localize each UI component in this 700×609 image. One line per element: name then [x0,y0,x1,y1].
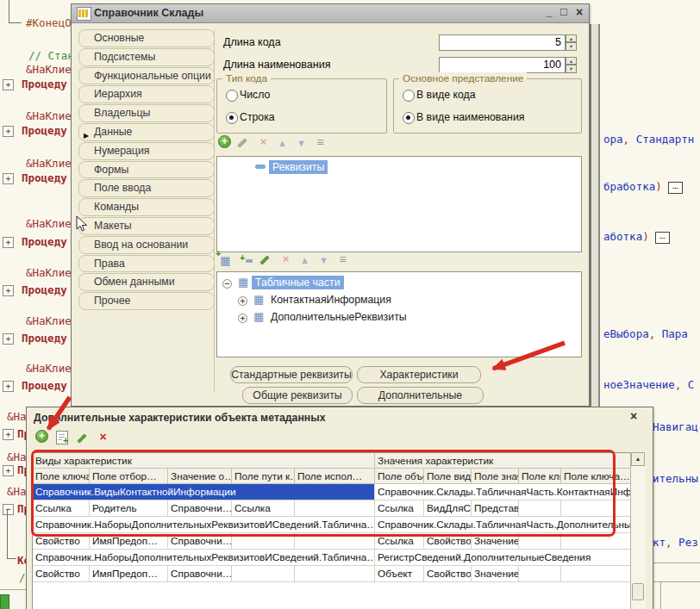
spinner-up-icon[interactable]: ▲ [566,57,577,65]
table-cell[interactable]: Ссылка [375,533,424,550]
sidebar-tab-Права[interactable]: Права [78,255,215,273]
spinner-down-icon[interactable]: ▼ [566,42,577,51]
expand-icon[interactable]: + [238,314,247,323]
table-cell[interactable] [519,533,561,550]
column-header[interactable]: Поле испол… [295,469,375,484]
additional-indexes-button[interactable]: Дополнительные индексы [357,387,484,404]
column-header[interactable]: Поле ключа [33,469,90,484]
table-cell[interactable]: Свойство [424,566,472,582]
collapse-minus-icon[interactable] [255,165,266,169]
table-cell[interactable]: ИмяПредоп… [90,566,168,582]
table-cell[interactable] [295,566,375,582]
sidebar-tab-Поле ввода[interactable]: Поле ввода [78,179,215,197]
table-cell[interactable]: ИмяПредоп… [90,533,168,550]
characteristics-table[interactable]: Виды характеристикЗначения характеристик… [32,452,632,609]
scrollbar-thumb[interactable] [632,583,644,600]
fold-plus-icon[interactable]: + [3,285,14,296]
column-header[interactable]: Поле ключа… [519,469,561,484]
radio-string[interactable] [226,112,238,124]
table-cell[interactable] [561,500,631,517]
add-tabular-attribute-icon[interactable]: + [239,252,253,266]
sidebar-tab-Нумерация[interactable]: Нумерация [78,142,215,160]
table-cell[interactable]: Свойство [424,533,472,550]
tabular-sections-tree[interactable]: − ▦ Табличные части + ▦ КонтактнаяИнформ… [216,271,582,357]
add-icon[interactable]: + [35,430,50,444]
expand-icon[interactable]: + [238,296,247,306]
table-cell[interactable]: Объект [375,566,424,582]
fold-plus-icon[interactable]: + [3,173,14,184]
sidebar-tab-Иерархия[interactable]: Иерархия [78,85,215,103]
radio-as-code[interactable] [403,90,415,102]
column-header[interactable]: Поле пути к… [232,469,295,484]
tree-node-additional-attributes[interactable]: ДополнительныеРеквизиты [267,310,410,324]
radio-as-name[interactable] [403,112,415,124]
table-group-row-right[interactable]: Справочник.Склады.ТабличнаяЧасть.Контакт… [375,484,631,500]
fold-plus-icon[interactable]: + [3,126,14,137]
collapsed-code-icon[interactable]: ... [668,182,683,194]
common-attributes-button[interactable]: Общие реквизиты [242,387,353,404]
move-up-icon[interactable]: ▲ [275,136,290,150]
table-group-row-left[interactable]: Справочник.НаборыДополнительныхРеквизито… [33,550,375,566]
attributes-tree[interactable]: Реквизиты [216,156,582,252]
standard-attributes-button[interactable]: Стандартные реквизиты [230,366,353,383]
column-header[interactable]: Поле ключа… [561,469,631,484]
sidebar-tab-Ввод на основании[interactable]: Ввод на основании [78,236,215,254]
column-header[interactable]: Значение о… [168,469,232,484]
delete-icon[interactable]: × [96,430,110,444]
sidebar-tab-Основные[interactable]: Основные [78,29,215,47]
table-cell[interactable]: Ссылка [232,500,295,517]
table-cell[interactable]: Свойство [33,533,90,550]
radio-number[interactable] [226,90,238,102]
group-header-kinds[interactable]: Виды характеристик [33,453,375,469]
table-group-row-right[interactable]: РегистрСведений.ДополнительныеСведения [375,550,631,566]
fold-plus-icon[interactable]: + [3,465,14,476]
table-cell[interactable]: Справочни… [168,566,232,582]
fold-plus-icon[interactable]: + [3,429,14,440]
radio-number-label[interactable]: Число [240,89,270,101]
add-icon[interactable]: + [218,135,233,149]
table-cell[interactable]: Ссылка [375,500,424,517]
sidebar-tab-Подсистемы[interactable]: Подсистемы [78,48,215,66]
column-header[interactable]: Поле объек… [375,469,424,484]
sidebar-tab-Команды[interactable]: Команды [78,198,215,216]
delete-icon[interactable]: × [278,252,293,266]
sidebar-tab-Обмен данными[interactable]: Обмен данными [78,273,215,291]
table-group-row-left[interactable]: Справочник.НаборыДополнительныхРеквизито… [33,517,375,533]
characteristics-button[interactable]: Характеристики [357,366,481,383]
code-length-field[interactable]: 5 [439,34,566,51]
table-cell[interactable]: Родитель [90,500,168,517]
table-cell[interactable] [295,500,375,517]
table-cell[interactable] [295,533,375,550]
move-up-icon[interactable]: ▲ [297,253,312,267]
table-cell[interactable] [232,566,295,582]
edit-pencil-icon[interactable] [237,137,252,151]
table-cell[interactable] [561,533,631,550]
add-copy-icon[interactable]: + [56,431,71,444]
table-group-row-left[interactable]: Справочник.ВидыКонтактнойИнформации [33,484,375,500]
table-cell[interactable]: Справочни… [168,533,232,550]
delete-icon[interactable]: × [256,135,271,149]
sort-list-icon[interactable]: ≡ [313,135,328,149]
fold-plus-icon[interactable]: + [3,381,14,392]
table-cell[interactable] [232,533,295,550]
sidebar-tab-Данные[interactable]: ▶Данные [78,123,215,141]
spinner-down-icon[interactable]: ▼ [566,65,577,73]
move-down-icon[interactable]: ▼ [316,253,331,267]
collapse-icon[interactable]: − [222,279,232,289]
radio-as-name-label[interactable]: В виде наименования [416,111,524,123]
close-button[interactable]: × [630,409,637,423]
sort-list-icon[interactable]: ≡ [335,252,350,266]
code-length-spinner[interactable]: ▲ ▼ [566,34,577,51]
radio-as-code-label[interactable]: В виде кода [416,89,476,101]
tree-node-tabular-sections[interactable]: Табличные части [252,276,344,289]
table-cell[interactable] [519,500,561,517]
fold-plus-icon[interactable]: + [3,79,14,90]
table-cell[interactable]: Справочни… [168,500,232,517]
collapsed-code-icon[interactable]: ... [655,232,670,244]
column-header[interactable]: Поле отбор… [90,469,168,484]
spinner-up-icon[interactable]: ▲ [566,34,577,42]
column-header[interactable]: Поле вида [424,469,472,484]
close-button[interactable]: × [572,5,586,19]
table-cell[interactable]: Ссылка [33,500,90,517]
tree-node-contact-info[interactable]: КонтактнаяИнформация [267,293,395,307]
